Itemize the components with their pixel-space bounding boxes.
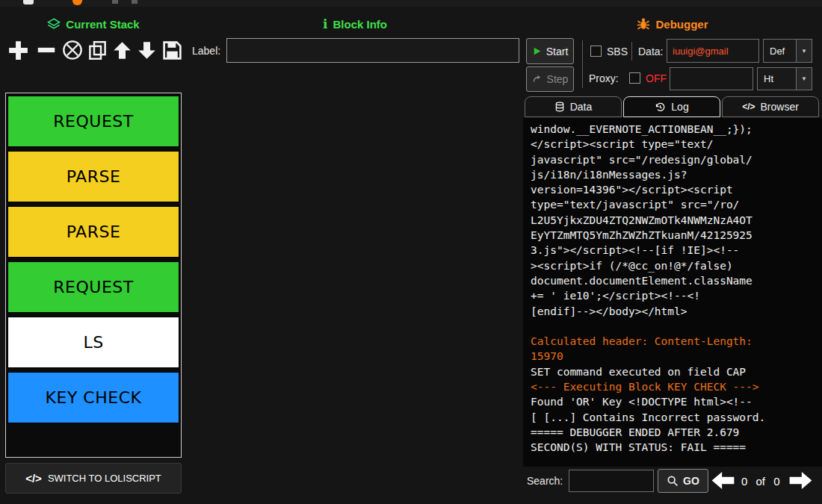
chrome-fragment-icon <box>132 0 137 4</box>
proxy-type-value: Ht <box>758 68 796 90</box>
log-line: js/i18n/i18nMessages.js? <box>531 167 819 182</box>
window-chrome-fragment <box>0 0 822 7</box>
move-up-button[interactable] <box>112 40 132 60</box>
switch-to-loliscript-button[interactable]: </> SWITCH TO LOLISCRIPT <box>5 463 182 494</box>
clone-block-button[interactable] <box>87 40 108 60</box>
next-match-button[interactable] <box>788 470 813 491</box>
tab-log[interactable]: Log <box>623 96 720 117</box>
search-go-button[interactable]: GO <box>658 469 708 493</box>
log-output[interactable]: window.__EVERNOTE_ACTIONBEAN__;});</scri… <box>523 118 822 467</box>
move-down-button[interactable] <box>137 40 157 60</box>
log-line <box>531 319 819 334</box>
log-line: Found 'OR' Key <!DOCTYPE html><!-- <box>531 394 819 409</box>
code-icon: </> <box>742 102 755 112</box>
previous-match-button[interactable] <box>711 470 735 491</box>
arrow-up-icon <box>112 40 132 60</box>
search-icon <box>667 475 679 487</box>
proxy-input[interactable] <box>670 67 753 90</box>
sbs-checkbox[interactable] <box>590 46 602 57</box>
debugger-tabs: Data Log </> Browser <box>525 96 819 117</box>
debug-data-input[interactable] <box>667 39 759 63</box>
circle-x-icon <box>62 40 83 60</box>
step-button-label: Step <box>547 73 569 85</box>
history-icon <box>655 102 666 113</box>
log-line: window.__EVERNOTE_ACTIONBEAN__;}); <box>531 122 819 137</box>
tab-browser[interactable]: </> Browser <box>722 96 819 117</box>
debugger-title: Debugger <box>523 14 822 34</box>
plus-icon <box>6 38 31 63</box>
step-button[interactable]: Step <box>526 66 574 92</box>
search-label: Search: <box>527 475 563 487</box>
log-line: ===== DEBUGGER ENDED AFTER 2.679 <box>531 425 819 440</box>
proxy-type-select[interactable]: Ht ▼ <box>757 67 812 90</box>
block-label-input[interactable] <box>226 38 519 63</box>
chevron-down-icon[interactable]: ▼ <box>796 40 812 62</box>
block-info-title: i Block Info <box>187 14 523 34</box>
sbs-label: SBS <box>607 46 628 57</box>
stack-block[interactable]: REQUEST <box>7 96 179 147</box>
chrome-fragment-icon <box>112 0 118 4</box>
log-line: version=14396"></script><script <box>531 182 819 197</box>
stack-toolbar <box>6 36 183 64</box>
wordlist-type-value: Def <box>764 40 796 62</box>
remove-block-button[interactable] <box>35 39 58 61</box>
log-line: += ' ie10';</script><!--<! <box>531 288 819 303</box>
log-search-input[interactable] <box>569 470 654 492</box>
tab-data[interactable]: Data <box>525 96 622 117</box>
proxy-label: Proxy: <box>589 72 619 84</box>
chevron-down-icon[interactable]: ▼ <box>796 68 812 90</box>
log-line: javascript" src="/redesign/global/ <box>531 152 819 167</box>
step-arrow-icon <box>532 74 543 84</box>
start-button-label: Start <box>546 46 569 57</box>
proxy-checkbox[interactable] <box>629 72 640 84</box>
stack-block[interactable]: KEY CHECK <box>7 372 179 423</box>
data-label: Data: <box>638 46 663 57</box>
block-info-label: Block Info <box>333 18 387 31</box>
chrome-fragment-icon <box>23 0 34 4</box>
save-stack-button[interactable] <box>161 40 183 61</box>
tab-browser-label: Browser <box>761 101 799 113</box>
log-line: 15970 <box>531 349 819 364</box>
log-line: EyYTZmMTQ5YmZhZWZhZTkuanM/42125925 <box>531 228 819 243</box>
stack-blocks: REQUESTPARSEPARSEREQUESTLSKEY CHECK <box>7 96 180 423</box>
switch-button-label: SWITCH TO LOLISCRIPT <box>48 473 161 484</box>
stack-block[interactable]: PARSE <box>7 151 179 202</box>
stack-block[interactable]: REQUEST <box>7 261 179 313</box>
divider <box>582 40 583 88</box>
log-line: Calculated header: Content-Length: <box>531 334 819 349</box>
debugger-label: Debugger <box>655 18 708 31</box>
log-line: 3.js"></script><!--[if !IE]><!-- <box>531 243 819 258</box>
log-line: <--- Executing Block KEY CHECK ---> <box>531 379 819 394</box>
log-line: SECOND(S) WITH STATUS: FAIL ===== <box>531 440 819 455</box>
divider <box>631 42 632 60</box>
log-line: [ [...] Contains Incorrect password. <box>531 410 819 425</box>
arrow-left-icon <box>711 470 735 491</box>
section-titles: Current Stack i Block Info Debugger <box>0 14 822 34</box>
info-icon: i <box>323 16 327 31</box>
arrow-right-icon <box>788 470 813 491</box>
log-line: SET command executed on field CAP <box>531 364 819 379</box>
tab-data-label: Data <box>570 101 593 113</box>
label-caption: Label: <box>192 45 220 57</box>
stack-panel: REQUESTPARSEPARSEREQUESTLSKEY CHECK <box>5 93 182 458</box>
log-line: </script><script type="text/ <box>531 137 819 152</box>
start-button[interactable]: Start <box>526 38 574 64</box>
wordlist-type-select[interactable]: Def ▼ <box>763 39 812 63</box>
copy-icon <box>87 40 108 60</box>
proxy-off-toggle[interactable]: OFF <box>646 72 667 84</box>
match-counter: 0 of 0 <box>741 475 780 488</box>
go-button-label: GO <box>683 475 699 487</box>
log-line: L2U5YjkxZDU4ZTQ2NWZmOTk4NWMzNzA4OT <box>531 213 819 228</box>
log-line: ><script>if (/*@cc_on!@*/false) <box>531 258 819 273</box>
save-icon <box>161 40 183 61</box>
stack-block[interactable]: LS <box>7 317 179 368</box>
stack-layers-icon <box>47 17 61 31</box>
tab-log-label: Log <box>671 101 688 113</box>
log-line: type="text/javascript" src="/ro/ <box>531 197 819 212</box>
stack-block[interactable]: PARSE <box>7 206 179 258</box>
chrome-fragment-icon <box>72 0 82 5</box>
clear-stack-button[interactable] <box>62 40 83 60</box>
add-block-button[interactable] <box>6 38 31 63</box>
arrow-down-icon <box>137 40 157 60</box>
current-stack-label: Current Stack <box>66 18 139 31</box>
